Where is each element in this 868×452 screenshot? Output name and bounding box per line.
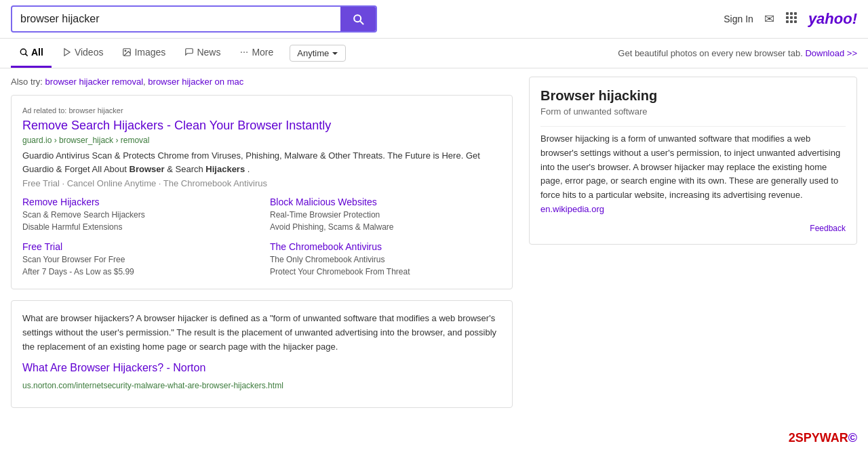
main-content: Also try: browser hijacker removal, brow… [0,68,868,427]
ad-links-row: Free Trial · Cancel Online Anytime · The… [22,178,501,188]
ad-sublink-block-malicious: Block Malicious Websites Real-Time Brows… [270,197,501,233]
svg-point-14 [241,52,242,53]
ad-sublink-chromebook-link[interactable]: The Chromebook Antivirus [270,241,501,252]
ad-sublink-remove-hijackers-desc: Scan & Remove Search Hijackers Disable H… [22,209,254,233]
result-url: us.norton.com/internetsecurity-malware-w… [22,379,501,392]
images-nav-icon [122,47,132,57]
svg-rect-1 [790,12,793,15]
svg-point-15 [244,52,245,53]
also-try-link-2[interactable]: browser hijacker on mac [148,77,243,87]
wiki-desc: Browser hijacking is a form of unwanted … [540,132,846,217]
svg-rect-5 [794,16,797,19]
svg-rect-0 [786,12,789,15]
ad-sublink-free-trial: Free Trial Scan Your Browser For Free Af… [22,241,254,278]
ad-sublink-remove-hijackers-link[interactable]: Remove Hijackers [22,197,254,207]
svg-rect-6 [786,20,789,23]
svg-rect-7 [790,20,793,23]
nav-item-all[interactable]: All [11,39,52,68]
video-nav-icon [62,47,72,57]
ad-sublink-free-trial-link[interactable]: Free Trial [22,241,254,252]
ad-sublink-remove-hijackers: Remove Hijackers Scan & Remove Search Hi… [22,197,254,233]
svg-rect-2 [794,12,797,15]
nav-item-news[interactable]: News [176,39,229,68]
wiki-divider [540,126,846,127]
ad-url: guard.io › browser_hijack › removal [22,136,501,145]
sign-in-link[interactable]: Sign In [724,14,753,24]
search-nav-icon [19,47,28,57]
more-nav-icon [239,47,249,57]
ad-label: Ad related to: browser hijacker [22,106,501,115]
search-bar [11,5,377,33]
search-input[interactable] [12,7,340,30]
result-title-link[interactable]: What Are Browser Hijackers? - Norton [22,359,501,377]
ad-sublink-block-malicious-desc: Real-Time Browsier Protection Avoid Phis… [270,209,501,233]
result-snippet-box: What are browser hijackers? A browser hi… [11,300,513,408]
ad-desc: Guardio Antivirus Scan & Protects Chrome… [22,149,501,176]
wiki-title: Browser hijacking [540,88,846,104]
yahoo-logo: yahoo! [808,10,857,28]
download-link[interactable]: Download >> [805,48,857,58]
grid-icon[interactable] [785,12,797,27]
search-button[interactable] [340,7,376,31]
svg-rect-4 [790,16,793,19]
chevron-down-icon [332,50,338,57]
anytime-button[interactable]: Anytime [290,45,346,62]
wiki-subtitle: Form of unwanted software [540,106,846,117]
svg-point-16 [247,52,248,53]
ad-sublink-chromebook-desc: The Only Chromebook Antivirus Protect Yo… [270,253,501,278]
header: Sign In ✉ yahoo! [0,0,868,39]
right-column: Browser hijacking Form of unwanted softw… [529,77,857,419]
ad-sublinks-grid: Remove Hijackers Scan & Remove Search Hi… [22,197,501,278]
ad-sublink-chromebook: The Chromebook Antivirus The Only Chrome… [270,241,501,278]
nav-item-more[interactable]: More [231,39,281,68]
svg-line-10 [26,54,28,56]
svg-marker-11 [64,49,70,56]
also-try: Also try: browser hijacker removal, brow… [11,77,513,87]
ad-sublink-free-trial-desc: Scan Your Browser For Free After 7 Days … [22,253,254,278]
ad-sublink-block-malicious-link[interactable]: Block Malicious Websites [270,197,501,207]
mail-icon[interactable]: ✉ [764,12,774,26]
search-icon [351,12,365,26]
header-right: Sign In ✉ yahoo! [724,10,857,28]
nav-item-videos[interactable]: Videos [54,39,112,68]
result-snippet-text: What are browser hijackers? A browser hi… [22,312,501,354]
feedback-link[interactable]: Feedback [810,224,846,233]
ad-title-link[interactable]: Remove Search Hijackers - Clean Your Bro… [22,119,501,133]
nav-bar: All Videos Images News More Anytime Get … [0,39,868,68]
wiki-source-link[interactable]: en.wikipedia.org [540,204,604,214]
also-try-link-1[interactable]: browser hijacker removal [45,77,144,87]
svg-point-13 [125,50,127,52]
left-column: Also try: browser hijacker removal, brow… [11,77,513,419]
news-nav-icon [184,47,194,57]
ad-box: Ad related to: browser hijacker Remove S… [11,95,513,289]
wiki-feedback-area: Feedback [540,224,846,233]
wiki-box: Browser hijacking Form of unwanted softw… [529,77,857,245]
nav-item-images[interactable]: Images [114,39,174,68]
svg-rect-8 [794,20,797,23]
svg-rect-3 [786,16,789,19]
nav-promo: Get beautiful photos on every new browse… [618,48,857,58]
